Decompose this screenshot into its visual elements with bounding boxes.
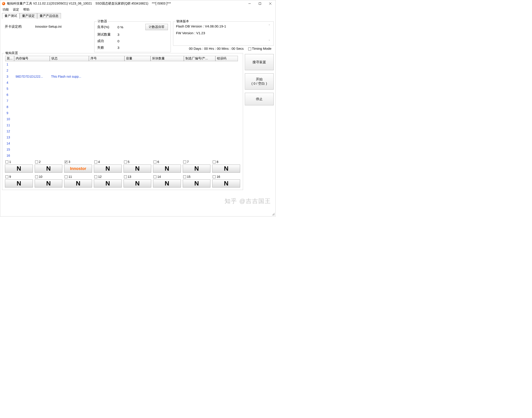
slot: 13N	[124, 174, 151, 187]
slot: 1N	[5, 160, 33, 173]
slot-checkbox[interactable]: 4	[94, 160, 122, 164]
slot-status-box: N	[64, 179, 92, 187]
devices-legend: 银灿装置	[4, 51, 19, 55]
slot: 14N	[153, 174, 181, 187]
col-device[interactable]: 装...	[5, 56, 14, 61]
slot-status-box: N	[35, 179, 63, 187]
app-window: 银灿科技量产工具 V2.11.02.11(2015/09/21) V123_06…	[0, 0, 276, 217]
table-row[interactable]: 4	[5, 80, 240, 86]
yield-value: 0 %	[117, 25, 131, 29]
col-badblocks[interactable]: 坏块数量	[150, 56, 184, 61]
table-row[interactable]: 398D7D7D1D1222...This Flash not supp...	[5, 73, 240, 80]
table-row[interactable]: 16	[5, 152, 240, 159]
slot-status-box: N	[153, 179, 181, 187]
timing-mode-checkbox[interactable]: Timing Mode	[248, 46, 271, 50]
col-vendor[interactable]: 制造厂编号/产...	[184, 56, 215, 61]
slot-status-box: N	[94, 179, 122, 187]
titlebar: 银灿科技量产工具 V2.11.02.11(2015/09/21) V123_06…	[0, 0, 276, 7]
table-row[interactable]: 8	[5, 104, 240, 110]
slot-status-box: N	[212, 164, 240, 173]
scroll-down-icon[interactable]: ▾	[267, 39, 271, 42]
table-body: 12398D7D7D1D1222...This Flash not supp..…	[5, 61, 240, 158]
slot: 8N	[212, 160, 240, 173]
table-row[interactable]: 15	[5, 146, 240, 152]
table-row[interactable]: 9	[5, 110, 240, 116]
maximize-button[interactable]	[255, 0, 265, 7]
tested-label: 测试数量	[97, 32, 117, 37]
open-card-value: Innostor-Setup.ini	[35, 24, 62, 49]
slot-checkbox[interactable]: 10	[35, 174, 63, 179]
col-capacity[interactable]: 容量	[125, 56, 150, 61]
devices-group: 银灿装置 装... 内存编号 状态 序号 容量 坏块数量 制造厂编号/产... …	[2, 53, 243, 190]
slot-checkbox[interactable]: 9	[5, 174, 33, 179]
counter-reset-button[interactable]: 计数器归零	[145, 24, 168, 30]
slot-checkbox[interactable]: 16	[212, 174, 240, 179]
stop-button[interactable]: 停止	[245, 93, 274, 105]
slot: 6N	[153, 160, 181, 173]
slot-status-box: Innostor	[64, 164, 92, 173]
slot-checkbox[interactable]: 1	[5, 160, 33, 164]
col-status[interactable]: 状态	[50, 56, 89, 61]
table-row[interactable]: 7	[5, 98, 240, 104]
start-button[interactable]: 开始 ( 0 / 空白 )	[245, 73, 274, 90]
minimize-button[interactable]	[244, 0, 255, 7]
slot-status-box: N	[94, 164, 122, 173]
tab-mass-settings[interactable]: 量产设定	[20, 13, 37, 19]
table-row[interactable]: 13	[5, 134, 240, 140]
close-button[interactable]	[265, 0, 276, 7]
fw-version: FW Version : V1.23	[176, 30, 271, 36]
elapsed-time: 00 Days : 00 Hrs : 00 Mins : 00 Secs	[189, 46, 243, 50]
slot-status-box: N	[5, 179, 33, 187]
table-row[interactable]: 2	[5, 67, 240, 73]
slot: 16N	[212, 174, 240, 187]
slot-status-box: N	[153, 164, 181, 173]
resize-grip-icon[interactable]	[272, 213, 275, 215]
slot-checkbox[interactable]: 15	[183, 174, 211, 179]
slot: 3Innostor	[64, 160, 92, 173]
slot-checkbox[interactable]: 12	[94, 174, 122, 179]
slot-checkbox[interactable]: 6	[153, 160, 181, 164]
slot: 12N	[94, 174, 122, 187]
table-row[interactable]: 6	[5, 92, 240, 98]
table-row[interactable]: 11	[5, 122, 240, 128]
slot-checkbox[interactable]: 5	[124, 160, 151, 164]
app-icon	[2, 2, 5, 5]
slot-checkbox[interactable]: 14	[153, 174, 181, 179]
scroll-up-icon[interactable]: ▴	[267, 23, 271, 26]
table-row[interactable]: 1	[5, 61, 240, 67]
menu-help[interactable]: 帮助	[23, 8, 29, 12]
tab-bar: 量产测试 量产设定 量产产品信息	[0, 12, 276, 19]
menubar: 功能 设定 帮助	[0, 7, 276, 12]
slot-checkbox[interactable]: 7	[183, 160, 211, 164]
slot-checkbox[interactable]: 2	[35, 160, 63, 164]
slot-status-box: N	[124, 164, 151, 173]
slot-checkbox[interactable]: 13	[124, 174, 151, 179]
pass-label: 成功	[97, 39, 117, 43]
slot-checkbox[interactable]: 8	[212, 160, 240, 164]
table-row[interactable]: 5	[5, 86, 240, 92]
menu-function[interactable]: 功能	[2, 8, 9, 12]
tab-mass-test[interactable]: 量产测试	[2, 13, 20, 19]
slot-status-box: N	[183, 164, 211, 173]
slot-checkbox[interactable]: 3	[64, 160, 92, 164]
table-row[interactable]: 14	[5, 140, 240, 146]
firmware-scrollbar[interactable]: ▴ ▾	[267, 23, 271, 42]
table-row[interactable]: 12	[5, 128, 240, 134]
slots-grid: 1N2N3Innostor4N5N6N7N8N9N10N11N12N13N14N…	[5, 160, 240, 187]
svg-rect-1	[259, 3, 261, 5]
slot-status-box: N	[5, 164, 33, 173]
window-title: 银灿科技量产工具 V2.11.02.11(2015/09/21) V123_06…	[7, 1, 244, 6]
tab-product-info[interactable]: 量产产品信息	[37, 13, 61, 19]
counter-group: 计数器 良率(%) 0 % 计数器归零 测试数量 3 成功 0 失败 3	[94, 21, 171, 52]
slot: 11N	[64, 174, 92, 187]
slot: 10N	[35, 174, 63, 187]
menu-settings[interactable]: 设定	[13, 8, 19, 12]
col-error[interactable]: 错误码	[215, 56, 238, 61]
col-serial[interactable]: 序号	[89, 56, 125, 61]
col-memory-id[interactable]: 内存编号	[14, 56, 50, 61]
slot-checkbox[interactable]: 11	[64, 174, 92, 179]
table-row[interactable]: 10	[5, 116, 240, 122]
counter-legend: 计数器	[97, 19, 108, 23]
search-devices-button[interactable]: 搜寻装置	[245, 54, 274, 70]
slot-status-box: N	[212, 179, 240, 187]
